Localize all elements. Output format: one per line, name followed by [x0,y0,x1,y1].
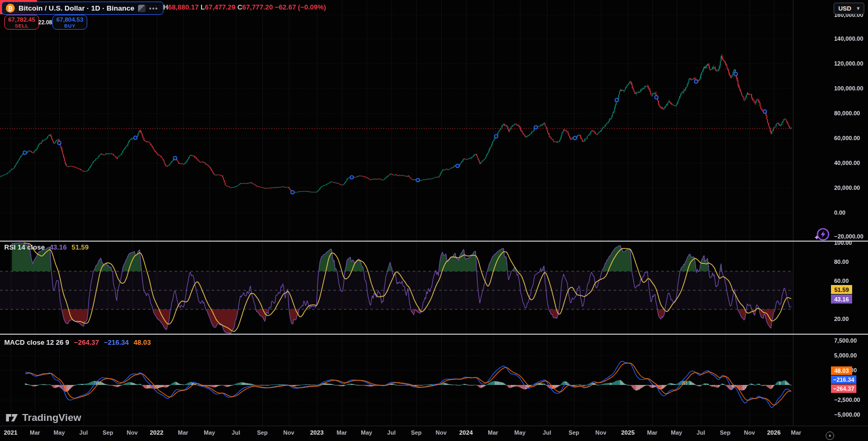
symbol-header[interactable]: ₿ Bitcoin / U.S. Dollar · 1D · Binance •… [2,2,163,15]
time-tick: Nov [436,429,447,436]
time-tick: Jul [79,429,88,436]
axis-label: 7,500.00 [834,337,857,344]
macd-hist-value-label: −264.37 [831,384,856,393]
time-tick: Jul [232,429,240,436]
rsi-title: RSI 14 close [4,243,45,251]
time-tick: Nov [744,429,755,436]
macd-header[interactable]: MACD close 12 26 9 −264.37 −216.34 48.03 [4,338,151,346]
boost-icon[interactable] [815,227,830,242]
time-tick: Nov [284,429,295,436]
macd-title: MACD close 12 26 9 [4,338,69,346]
ohlc-readout: 920.62 H68,880.17 L67,477.29 C67,777.20 … [140,3,326,11]
time-tick: 2023 [310,429,324,436]
rsi-header-value: 43.16 [50,243,67,251]
time-tick: Mar [336,429,347,436]
time-tick: 2025 [621,429,635,436]
axis-label: −5,000.00 [834,411,860,418]
axis-label: −2,500.00 [834,397,860,403]
tradingview-watermark: TradingView [5,412,81,424]
time-tick: Sep [411,429,422,436]
axis-label: 120,000.00 [834,60,863,67]
axis-label: 40,000.00 [834,160,860,166]
time-tick: Sep [103,429,113,436]
time-tick: Mar [647,429,657,436]
axis-label: 140,000.00 [834,35,863,42]
tradingview-logo-icon [5,412,19,424]
time-tick: May [361,429,372,436]
time-tick: 2022 [150,429,163,436]
time-tick: Jul [697,429,705,436]
time-tick: Mar [30,429,40,436]
sell-button[interactable]: 67,782.45 SELL [4,15,39,30]
axis-label: −20,000.00 [834,233,863,240]
axis-label: 5,000.00 [834,352,857,359]
chart-canvas[interactable] [0,0,868,441]
bitcoin-icon: ₿ [6,4,15,13]
high-key: H [163,3,168,11]
rsi-header-ma-value: 51.59 [71,243,89,251]
tradingview-chart: ₿ Bitcoin / U.S. Dollar · 1D · Binance •… [0,0,868,441]
rsi-value-label: 43.16 [831,295,852,304]
axis-label: 20,000.00 [834,185,860,191]
price-axis-border [793,0,793,426]
currency-selector[interactable]: USD ▼ [834,3,864,14]
buy-price: 67,804.53 [56,16,83,23]
time-tick: May [671,429,682,436]
time-tick: 2024 [459,429,473,436]
axis-label: 60,000.00 [834,135,860,141]
time-tick: May [514,429,525,436]
time-tick: Jul [387,429,396,436]
rsi-header[interactable]: RSI 14 close 43.16 51.59 [4,243,89,251]
low-key: L [200,3,205,11]
watermark-text: TradingView [22,412,81,424]
time-tick: Mar [488,429,498,436]
axis-label: 80,000.00 [834,110,860,116]
currency-label: USD [838,5,851,12]
chevron-down-icon: ▼ [856,6,861,11]
macd-header-signal: 48.03 [134,338,151,346]
axis-label: 80.00 [834,259,849,265]
time-settings-icon[interactable] [826,431,834,440]
axis-label: 100.00 [834,240,852,246]
time-tick: Sep [569,429,579,436]
symbol-title[interactable]: Bitcoin / U.S. Dollar · 1D · Binance [19,4,134,12]
flag-icon[interactable] [138,5,145,12]
buy-label: BUY [64,23,75,29]
time-tick: Mar [791,429,801,436]
time-tick: Mar [178,429,188,436]
pane-divider-macd[interactable] [0,334,868,335]
time-tick: Nov [596,429,607,436]
buy-button[interactable]: 67,804.53 BUY [52,15,87,30]
pane-divider-rsi[interactable] [0,241,868,242]
time-tick: Jul [543,429,551,436]
time-tick: Nov [127,429,138,436]
time-axis[interactable]: 2021MarMayJulSepNov2022MarMayJulSepNov20… [0,429,868,439]
time-tick: 2021 [4,429,17,436]
time-axis-border [0,426,868,426]
rsi-ma-value-label: 51.59 [831,285,852,294]
axis-label: 100,000.00 [834,85,863,91]
more-options-icon[interactable]: ••• [149,5,158,12]
macd-header-hist: −264.37 [74,338,99,346]
axis-label: 20.00 [834,316,849,322]
sell-price: 67,782.45 [8,16,35,23]
axis-label: 60.00 [834,278,849,284]
time-tick: May [53,429,65,436]
time-tick: May [204,429,215,436]
sell-label: SELL [15,23,29,29]
change-value: −62.67 (−0.09%) [275,3,326,11]
macd-signal-value-label: 48.03 [831,366,852,375]
close-key: C [237,3,242,11]
time-tick: Sep [720,429,730,436]
time-tick: Sep [257,429,268,436]
time-tick: 2026 [767,429,781,436]
spread-value: 22.08 [38,19,52,25]
low-value: 67,477.29 [205,3,235,11]
close-value: 67,777.20 [242,3,273,11]
macd-line-value-label: −216.34 [831,375,856,384]
high-value: 68,880.17 [168,3,199,11]
axis-label: 0.00 [834,209,845,216]
macd-header-macd: −216.34 [104,338,129,346]
